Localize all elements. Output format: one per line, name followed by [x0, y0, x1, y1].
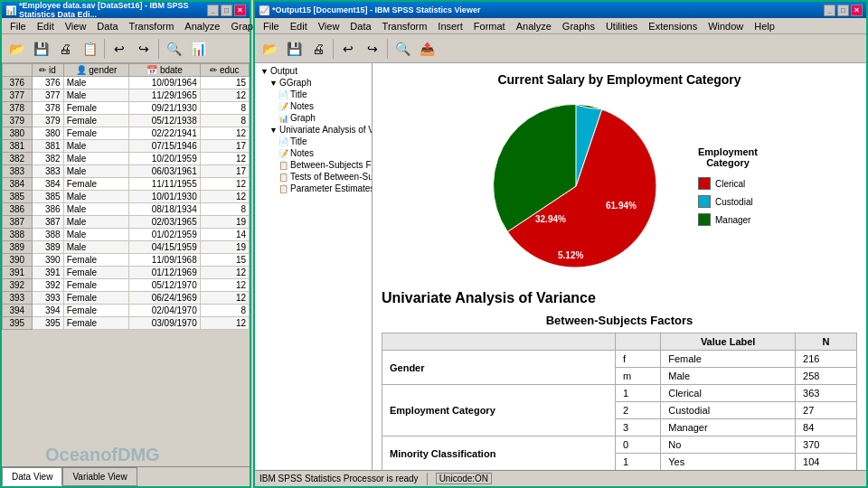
row-num: 377 [3, 89, 33, 102]
r-menu-help[interactable]: Help [750, 20, 779, 33]
tree-item[interactable]: 📄Title [257, 89, 370, 100]
r-menu-format[interactable]: Format [469, 20, 510, 33]
r-menu-utilities[interactable]: Utilities [601, 20, 642, 33]
cell-bdate: 05/12/1938 [129, 115, 200, 127]
data-table-container: ✏ id 👤 gender 📅 bdate ✏ educ 376 376 Mal… [2, 63, 250, 466]
cell-id: 382 [32, 153, 63, 165]
menu-file[interactable]: File [5, 20, 31, 33]
r-menu-file[interactable]: File [259, 20, 284, 33]
menu-transform[interactable]: Transform [125, 20, 179, 33]
tree-item[interactable]: ▼Output [257, 65, 370, 77]
print-button[interactable]: 🖨 [53, 37, 77, 61]
table-row: 387 387 Male 02/03/1965 19 [3, 216, 250, 229]
right-menu-bar: File Edit View Data Transform Insert For… [255, 18, 866, 34]
cell-educ: 8 [200, 102, 249, 115]
cell-id: 384 [32, 178, 63, 191]
r-menu-insert[interactable]: Insert [433, 20, 467, 33]
table-row: 394 394 Female 02/04/1970 8 [3, 305, 250, 317]
r-menu-view[interactable]: View [314, 20, 344, 33]
row-num: 388 [3, 229, 33, 241]
r-menu-extensions[interactable]: Extensions [644, 20, 702, 33]
right-minimize-button[interactable]: _ [824, 5, 835, 16]
variable-view-tab[interactable]: Variable View [62, 467, 137, 486]
r-undo-button[interactable]: ↩ [336, 37, 360, 61]
save-button[interactable]: 💾 [29, 37, 52, 61]
cell-id: 385 [32, 191, 63, 203]
r-menu-edit[interactable]: Edit [286, 20, 312, 33]
tree-icon: ▼ [269, 79, 278, 88]
tree-item[interactable]: 📄Title [257, 136, 370, 147]
legend-item-custodial: Custodial [698, 195, 758, 208]
open-button[interactable]: 📂 [5, 37, 28, 61]
menu-data[interactable]: Data [92, 20, 122, 33]
bottom-tabs: Data View Variable View [2, 466, 250, 486]
goto-button[interactable]: 🔍 [162, 37, 185, 61]
tree-item[interactable]: 📊Graph [257, 112, 370, 124]
r-print-button[interactable]: 🖨 [307, 37, 330, 61]
cell-label: Male [661, 368, 796, 385]
clerical-label: Clerical [715, 179, 745, 189]
tree-icon: 📋 [278, 161, 288, 170]
legend-item-manager: Manager [698, 213, 758, 226]
r-export-button[interactable]: 📤 [415, 37, 439, 61]
cell-label: Custodial [661, 402, 796, 419]
tree-item[interactable]: 📝Notes [257, 147, 370, 159]
cell-bdate: 02/22/1941 [129, 127, 200, 140]
cell-bdate: 10/20/1959 [129, 153, 200, 165]
cell-id: 393 [32, 292, 63, 305]
close-button[interactable]: ✕ [234, 5, 246, 16]
tree-icon: 📋 [278, 184, 288, 193]
menu-edit[interactable]: Edit [33, 20, 59, 33]
maximize-button[interactable]: □ [221, 5, 232, 16]
cell-label: Female [661, 351, 796, 368]
recall-button[interactable]: 📋 [78, 37, 101, 61]
cell-gender: Male [63, 241, 129, 254]
right-window-title: *Output15 [Document15] - IBM SPSS Statis… [272, 5, 480, 14]
table-row: 385 385 Male 10/01/1930 12 [3, 191, 250, 203]
r-save-button[interactable]: 💾 [282, 37, 306, 61]
var-button[interactable]: 📊 [186, 37, 210, 61]
redo-button[interactable]: ↪ [132, 37, 156, 61]
cell-educ: 15 [200, 254, 249, 267]
tree-item[interactable]: 📋Parameter Estimates [257, 183, 370, 194]
r-redo-button[interactable]: ↪ [361, 37, 384, 61]
cell-gender: Female [63, 305, 129, 317]
tree-item[interactable]: 📋Between-Subjects Factors [257, 159, 370, 171]
tree-item[interactable]: ▼GGraph [257, 77, 370, 89]
right-maximize-button[interactable]: □ [837, 5, 849, 16]
right-close-button[interactable]: ✕ [851, 5, 863, 16]
factor-cell: Minority Classification [382, 436, 616, 471]
th-value [615, 333, 660, 351]
tree-item[interactable]: 📋Tests of Between-Subjects [257, 171, 370, 183]
r-menu-transform[interactable]: Transform [378, 20, 432, 33]
r-menu-data[interactable]: Data [345, 20, 375, 33]
r-zoom-in[interactable]: 🔍 [391, 37, 414, 61]
menu-view[interactable]: View [61, 20, 91, 33]
r-menu-window[interactable]: Window [703, 20, 748, 33]
cell-id: 395 [32, 317, 63, 330]
cell-bdate: 10/01/1930 [129, 191, 200, 203]
right-toolbar: 📂 💾 🖨 ↩ ↪ 🔍 📤 [255, 34, 866, 63]
tree-item[interactable]: ▼Univariate Analysis of Variance [257, 124, 370, 136]
manager-swatch [698, 213, 711, 226]
manager-label: Manager [715, 215, 750, 225]
r-menu-analyze[interactable]: Analyze [512, 20, 556, 33]
legend-item-clerical: Clerical [698, 177, 758, 190]
custodial-swatch [698, 195, 711, 208]
r-open-button[interactable]: 📂 [258, 37, 281, 61]
table-row: 384 384 Female 11/11/1955 12 [3, 178, 250, 191]
th-factor [382, 333, 616, 351]
tree-icon: 📄 [278, 90, 288, 99]
row-num: 383 [3, 165, 33, 178]
left-menu-bar: File Edit View Data Transform Analyze Gr… [2, 18, 250, 34]
table-row: 389 389 Male 04/15/1959 19 [3, 241, 250, 254]
data-view-tab[interactable]: Data View [2, 467, 62, 486]
row-num: 378 [3, 102, 33, 115]
tree-item[interactable]: 📝Notes [257, 100, 370, 112]
menu-analyze[interactable]: Analyze [180, 20, 224, 33]
r-menu-graphs[interactable]: Graphs [558, 20, 599, 33]
minimize-button[interactable]: _ [207, 5, 219, 16]
cell-gender: Male [63, 77, 129, 89]
cell-educ: 12 [200, 317, 249, 330]
undo-button[interactable]: ↩ [108, 37, 131, 61]
